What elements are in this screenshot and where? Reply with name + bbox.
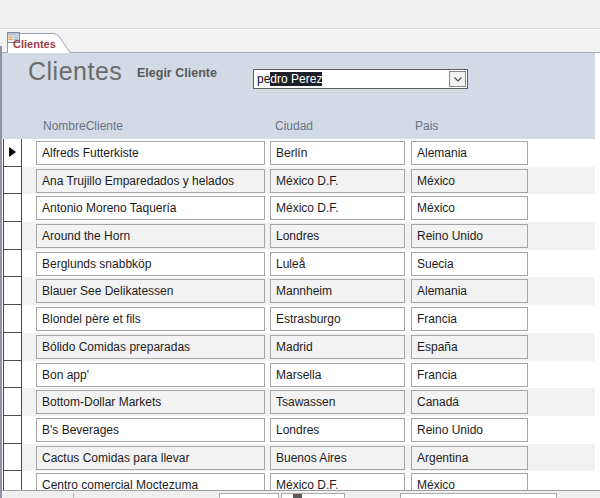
- record-selector[interactable]: [3, 415, 22, 444]
- cell-pais[interactable]: Alemania: [411, 279, 528, 303]
- combo-label: Elegir Cliente: [137, 66, 217, 80]
- cell-pais[interactable]: México: [411, 169, 528, 193]
- cell-nombrecliente[interactable]: Bólido Comidas preparadas: [36, 335, 265, 359]
- record-selector[interactable]: [3, 276, 22, 305]
- record-selector[interactable]: [3, 139, 22, 167]
- table-row: Antonio Moreno TaqueríaMéxico D.F.México: [2, 194, 595, 222]
- cell-ciudad[interactable]: México D.F.: [270, 196, 405, 220]
- cell-pais[interactable]: Argentina: [411, 446, 528, 470]
- cell-pais[interactable]: Canadá: [411, 390, 528, 414]
- cell-nombrecliente[interactable]: Blauer See Delikatessen: [36, 279, 265, 303]
- cell-pais[interactable]: México: [411, 473, 528, 490]
- table-row: Bólido Comidas preparadasMadridEspaña: [2, 333, 595, 361]
- cell-nombrecliente[interactable]: Antonio Moreno Taquería: [36, 196, 265, 220]
- table-row: Cactus Comidas para llevarBuenos AiresAr…: [2, 444, 595, 472]
- cell-ciudad[interactable]: Berlín: [270, 141, 405, 165]
- cell-ciudad[interactable]: Mannheim: [270, 279, 405, 303]
- column-headers: NombreCliente Ciudad Pais: [2, 117, 595, 139]
- table-row: Alfreds FutterkisteBerlínAlemania: [2, 139, 595, 167]
- table-row: B's BeveragesLondresReino Unido: [2, 416, 595, 444]
- record-selector[interactable]: [3, 332, 22, 361]
- record-selector[interactable]: [3, 304, 22, 333]
- elegir-cliente-combobox[interactable]: pedro Perez: [253, 69, 468, 89]
- record-selector[interactable]: [3, 360, 22, 389]
- document-tab-strip: Clientes: [0, 30, 600, 53]
- cell-nombrecliente[interactable]: Ana Trujillo Emparedados y helados: [36, 169, 265, 193]
- navigator-record-count-box: [219, 493, 279, 498]
- cell-pais[interactable]: Reino Unido: [411, 224, 528, 248]
- cell-ciudad[interactable]: México D.F.: [270, 169, 405, 193]
- table-row: Blondel père et filsEstrasburgoFrancia: [2, 305, 595, 333]
- column-header-nombrecliente: NombreCliente: [43, 119, 123, 133]
- cell-pais[interactable]: Reino Unido: [411, 418, 528, 442]
- cell-pais[interactable]: Alemania: [411, 141, 528, 165]
- cell-pais[interactable]: Francia: [411, 363, 528, 387]
- table-row: Ana Trujillo Emparedados y heladosMéxico…: [2, 167, 595, 195]
- combo-dropdown-button[interactable]: [449, 71, 466, 87]
- record-selector[interactable]: [3, 443, 22, 472]
- cell-nombrecliente[interactable]: Cactus Comidas para llevar: [36, 446, 265, 470]
- record-selector[interactable]: [3, 193, 22, 222]
- cell-ciudad[interactable]: Buenos Aires: [270, 446, 405, 470]
- record-selector[interactable]: [3, 249, 22, 278]
- current-record-arrow-icon: [9, 147, 16, 157]
- cell-pais[interactable]: Suecia: [411, 252, 528, 276]
- navigator-search-box[interactable]: [400, 493, 557, 498]
- cell-nombrecliente[interactable]: Berglunds snabbköp: [36, 252, 265, 276]
- table-row: Centro comercial MoctezumaMéxico D.F.Méx…: [2, 471, 595, 490]
- filter-icon: [293, 494, 302, 498]
- access-window: Clientes Clientes Elegir Cliente pedro P…: [0, 0, 600, 498]
- table-row: Bottom-Dollar MarketsTsawassenCanadá: [2, 388, 595, 416]
- table-row: Bon app'MarsellaFrancia: [2, 361, 595, 389]
- record-selector[interactable]: [3, 387, 22, 416]
- chevron-down-icon: [454, 77, 462, 82]
- cell-ciudad[interactable]: Estrasburgo: [270, 307, 405, 331]
- cell-ciudad[interactable]: Tsawassen: [270, 390, 405, 414]
- cell-ciudad[interactable]: Londres: [270, 224, 405, 248]
- record-selector[interactable]: [3, 221, 22, 250]
- combo-value[interactable]: pedro Perez: [254, 72, 449, 86]
- cell-ciudad[interactable]: Londres: [270, 418, 405, 442]
- cell-ciudad[interactable]: Luleå: [270, 252, 405, 276]
- record-selector[interactable]: [3, 166, 22, 195]
- form-header: Clientes Elegir Cliente pedro Perez Nomb…: [2, 53, 595, 139]
- cell-nombrecliente[interactable]: Alfreds Futterkiste: [36, 141, 265, 165]
- cell-nombrecliente[interactable]: Bottom-Dollar Markets: [36, 390, 265, 414]
- record-navigator[interactable]: [2, 490, 600, 498]
- cell-ciudad[interactable]: Marsella: [270, 363, 405, 387]
- cell-ciudad[interactable]: Madrid: [270, 335, 405, 359]
- table-row: Berglunds snabbköpLuleåSuecia: [2, 250, 595, 278]
- column-header-pais: Pais: [415, 119, 438, 133]
- combo-value-selected: dro Perez: [270, 72, 322, 86]
- record-selector[interactable]: [3, 470, 22, 490]
- cell-pais[interactable]: México: [411, 196, 528, 220]
- cell-nombrecliente[interactable]: B's Beverages: [36, 418, 265, 442]
- cell-nombrecliente[interactable]: Centro comercial Moctezuma: [36, 473, 265, 490]
- table-row: Blauer See DelikatessenMannheimAlemania: [2, 277, 595, 305]
- collapsed-ribbon-area: [0, 0, 600, 29]
- cell-pais[interactable]: Francia: [411, 307, 528, 331]
- cell-pais[interactable]: España: [411, 335, 528, 359]
- table-row: Around the HornLondresReino Unido: [2, 222, 595, 250]
- navigator-separator: [73, 493, 74, 498]
- navigator-filter-box[interactable]: [281, 493, 345, 498]
- column-header-ciudad: Ciudad: [275, 119, 313, 133]
- combo-value-prefix: pe: [257, 72, 270, 86]
- cell-nombrecliente[interactable]: Blondel père et fils: [36, 307, 265, 331]
- records-area: Alfreds FutterkisteBerlínAlemaniaAna Tru…: [2, 139, 595, 490]
- tab-clientes[interactable]: Clientes: [7, 32, 71, 53]
- cell-ciudad[interactable]: México D.F.: [270, 473, 405, 490]
- tab-label: Clientes: [13, 38, 56, 50]
- cell-nombrecliente[interactable]: Bon app': [36, 363, 265, 387]
- page-title: Clientes: [28, 57, 122, 86]
- cell-nombrecliente[interactable]: Around the Horn: [36, 224, 265, 248]
